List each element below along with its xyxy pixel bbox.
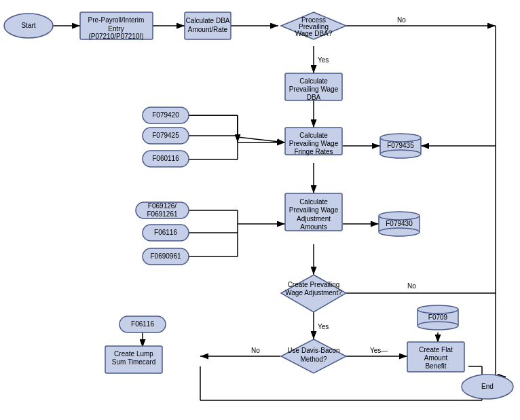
svg-text:Create Flat: Create Flat [419,346,453,354]
svg-text:Calculate: Calculate [299,77,328,85]
no3-label: No [251,347,260,354]
svg-text:Adjustment: Adjustment [297,215,331,223]
svg-text:F060116: F060116 [152,155,179,162]
svg-text:F079420: F079420 [152,111,179,119]
no2-label: No [407,282,416,290]
yes2-label: Yes [318,323,329,330]
svg-text:Calculate DBA: Calculate DBA [185,17,229,24]
start-label: Start [21,22,35,29]
svg-text:F079425: F079425 [152,132,179,139]
svg-text:Create Lump: Create Lump [114,350,153,358]
svg-text:F079435: F079435 [387,142,414,149]
svg-text:F069126/: F069126/ [148,202,177,210]
svg-text:(P07210/P07210I): (P07210/P07210I) [88,33,143,40]
svg-text:Calculate: Calculate [299,198,328,206]
svg-line-17 [238,137,285,142]
svg-text:F0690961: F0690961 [150,252,181,260]
svg-text:Amount: Amount [424,354,448,362]
yes3-label: Yes— [370,347,388,354]
f079430-top [379,212,420,220]
yes1-label: Yes [318,56,329,64]
no1-label: No [397,16,406,24]
svg-text:Wage Adjustment?: Wage Adjustment? [285,289,342,297]
svg-text:Use Davis-Bacon: Use Davis-Bacon [287,347,339,354]
end-label: End [481,383,494,390]
svg-text:F06116: F06116 [131,320,154,328]
svg-text:F06116: F06116 [154,229,177,236]
svg-text:Fringe Rates: Fringe Rates [294,148,333,155]
f079430-bot [379,228,420,236]
svg-text:Create Prevailing: Create Prevailing [288,281,340,288]
pre-payroll-label: Pre-Payroll/Interim [88,16,145,24]
flowchart: Yes No No Yes No Yes— [0,0,520,420]
svg-text:Prevailing Wage: Prevailing Wage [289,140,339,147]
svg-text:Calculate: Calculate [299,132,328,139]
svg-text:Amounts: Amounts [300,223,327,231]
f0709-top [417,305,458,313]
svg-text:Wage DBA?: Wage DBA? [295,30,333,37]
svg-text:F079430: F079430 [386,220,413,227]
f079435-bot [380,150,421,158]
svg-text:Entry: Entry [108,25,124,33]
svg-text:F0709: F0709 [428,313,448,321]
svg-text:F0691261: F0691261 [147,210,177,218]
svg-text:Method?: Method? [301,356,327,363]
f079435-top [380,134,421,142]
svg-text:Prevailing Wage: Prevailing Wage [289,206,339,214]
svg-text:DBA: DBA [307,94,321,101]
svg-text:Amount/Rate: Amount/Rate [188,26,228,33]
f0709-bot [417,322,458,330]
svg-text:Benefit: Benefit [425,362,446,370]
svg-text:Sum Timecard: Sum Timecard [112,358,155,366]
svg-text:Prevailing Wage: Prevailing Wage [289,85,339,93]
